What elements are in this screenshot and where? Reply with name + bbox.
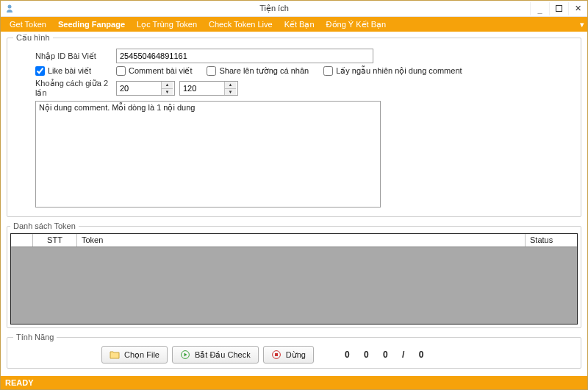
tab-get-token[interactable]: Get Token [4, 17, 52, 32]
post-id-label: Nhập ID Bài Viết [35, 52, 116, 61]
row-options: Like bài viết Comment bài viết Share lên… [35, 66, 575, 76]
start-check-button[interactable]: Bắt Đầu Check [172, 346, 259, 364]
interval-max-arrows: ▲ ▼ [224, 82, 236, 95]
tab-loc-trung-token[interactable]: Lọc Trùng Token [131, 17, 203, 32]
token-grid-body[interactable] [11, 247, 577, 324]
svg-point-0 [8, 4, 12, 8]
interval-min-up[interactable]: ▲ [162, 82, 173, 88]
svg-rect-4 [275, 353, 278, 356]
folder-icon [110, 350, 120, 360]
token-grid-header: STT Token Status [11, 234, 577, 247]
counters: 0 0 0 / 0 [340, 350, 428, 360]
title-bar: Tiện ích _ ✕ [1, 1, 587, 17]
counter-1: 0 [340, 350, 354, 360]
token-list-legend: Danh sách Token [10, 221, 79, 230]
content-area: Cấu hình Nhập ID Bài Viết Like bài viết … [1, 32, 587, 376]
share-checkbox-label: Share lên tường cá nhân [219, 66, 309, 76]
start-check-label: Bắt Đầu Check [195, 350, 251, 360]
config-legend: Cấu hình [13, 33, 53, 43]
counter-2: 0 [359, 350, 373, 360]
feature-legend: Tính Năng [13, 333, 57, 341]
choose-file-label: Chọn File [124, 350, 159, 360]
row-comment-text [35, 101, 575, 208]
counter-3: 0 [379, 350, 392, 360]
token-list-group: Danh sách Token STT Token Status [7, 221, 581, 328]
comment-checkbox-label: Comment bài viết [129, 66, 192, 76]
feature-row: Chọn File Bắt Đầu Check Dừng 0 0 [101, 346, 575, 364]
token-col-token[interactable]: Token [77, 234, 526, 247]
minimize-button[interactable]: _ [530, 2, 549, 15]
share-checkbox-input[interactable] [207, 66, 216, 76]
token-grid[interactable]: STT Token Status [10, 233, 578, 325]
svg-rect-1 [556, 6, 562, 12]
play-icon [180, 350, 190, 360]
choose-file-button[interactable]: Chọn File [101, 346, 168, 364]
interval-min-arrows: ▲ ▼ [161, 82, 173, 95]
token-col-status[interactable]: Status [526, 234, 577, 247]
interval-label: Khoảng cách giữa 2 lần [35, 79, 116, 98]
stop-label: Dừng [286, 350, 306, 360]
row-post-id: Nhập ID Bài Viết [35, 49, 575, 63]
status-text: READY [5, 378, 34, 387]
comment-checkbox-input[interactable] [116, 66, 126, 76]
close-button[interactable]: ✕ [568, 2, 587, 15]
random-comment-checkbox[interactable]: Lấy ngẫu nhiên nội dung comment [323, 66, 462, 76]
counter-sep: / [398, 350, 409, 360]
maximize-button[interactable] [549, 2, 568, 15]
app-window: Tiện ích _ ✕ Get Token Seeding Fanpage L… [0, 0, 588, 390]
tab-check-token-live[interactable]: Check Token Live [203, 17, 279, 32]
like-checkbox-label: Like bài viết [48, 66, 91, 76]
like-checkbox[interactable]: Like bài viết [35, 66, 116, 76]
random-comment-checkbox-label: Lấy ngẫu nhiên nội dung comment [336, 66, 462, 76]
config-group: Cấu hình Nhập ID Bài Viết Like bài viết … [7, 33, 581, 217]
counter-4: 0 [415, 350, 429, 360]
window-title: Tiện ích [18, 4, 530, 13]
comment-textarea[interactable] [35, 101, 381, 208]
tab-seeding-fanpage[interactable]: Seeding Fanpage [52, 17, 131, 32]
token-grid-rowheader[interactable] [11, 234, 33, 247]
row-interval: Khoảng cách giữa 2 lần ▲ ▼ ▲ ▼ [35, 79, 575, 98]
interval-min-input[interactable] [117, 82, 161, 95]
tab-dong-y-ket-ban[interactable]: Đồng Ý Kết Bạn [320, 17, 392, 32]
interval-max-input[interactable] [180, 82, 224, 95]
post-id-input[interactable] [116, 49, 373, 63]
app-icon [4, 3, 15, 15]
like-checkbox-input[interactable] [35, 66, 45, 76]
interval-max-spinner[interactable]: ▲ ▼ [179, 81, 238, 96]
status-bar: READY [1, 376, 587, 389]
interval-max-down[interactable]: ▼ [225, 88, 236, 96]
comment-checkbox[interactable]: Comment bài viết [116, 66, 192, 76]
interval-min-down[interactable]: ▼ [162, 88, 173, 96]
random-comment-checkbox-input[interactable] [323, 66, 333, 76]
share-checkbox[interactable]: Share lên tường cá nhân [207, 66, 309, 76]
tab-ket-ban[interactable]: Kết Bạn [279, 17, 320, 32]
interval-max-up[interactable]: ▲ [225, 82, 236, 88]
stop-button[interactable]: Dừng [263, 346, 314, 364]
feature-group: Tính Năng Chọn File Bắt Đầu Check [7, 333, 581, 369]
token-col-stt[interactable]: STT [33, 234, 77, 247]
tab-bar: Get Token Seeding Fanpage Lọc Trùng Toke… [1, 17, 587, 32]
interval-min-spinner[interactable]: ▲ ▼ [116, 81, 175, 96]
stop-icon [271, 350, 282, 360]
tab-overflow-chevron[interactable]: ▾ [580, 17, 584, 32]
window-controls: _ ✕ [530, 2, 587, 15]
